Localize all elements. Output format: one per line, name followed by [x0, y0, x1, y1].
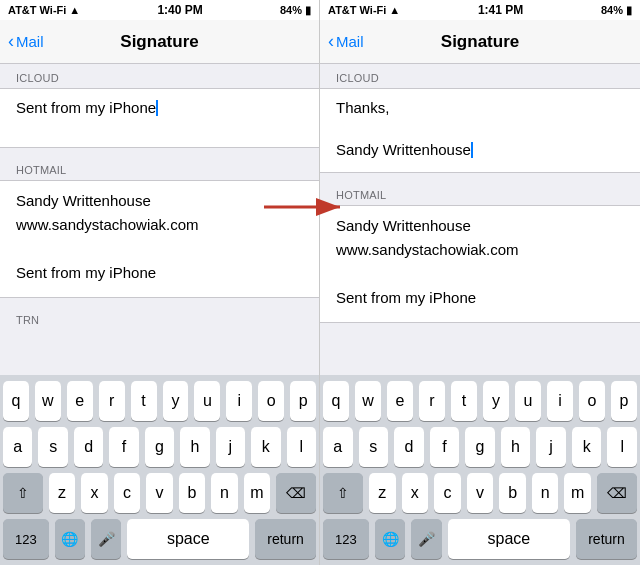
- left-key-u[interactable]: u: [194, 381, 220, 421]
- left-nav-bar: ‹ Mail Signature: [0, 20, 319, 64]
- left-hotmail-line4: Sent from my iPhone: [16, 261, 303, 285]
- right-key-h[interactable]: h: [501, 427, 531, 467]
- right-hotmail-line4: Sent from my iPhone: [336, 286, 624, 310]
- left-return-key[interactable]: return: [255, 519, 316, 559]
- left-key-x[interactable]: x: [81, 473, 108, 513]
- left-icloud-header: ICLOUD: [0, 64, 319, 88]
- right-keyboard: q w e r t y u i o p a s d f g h j k l: [320, 375, 640, 565]
- left-key-s[interactable]: s: [38, 427, 67, 467]
- right-back-button[interactable]: ‹ Mail: [328, 33, 364, 50]
- left-panel: AT&T Wi-Fi ▲ 1:40 PM 84% ▮ ‹ Mail Signat…: [0, 0, 320, 565]
- left-key-c[interactable]: c: [114, 473, 141, 513]
- right-key-e[interactable]: e: [387, 381, 413, 421]
- left-key-b[interactable]: b: [179, 473, 206, 513]
- left-key-j[interactable]: j: [216, 427, 245, 467]
- right-nav-bar: ‹ Mail Signature: [320, 20, 640, 64]
- right-key-y[interactable]: y: [483, 381, 509, 421]
- right-key-g[interactable]: g: [465, 427, 495, 467]
- left-key-q[interactable]: q: [3, 381, 29, 421]
- right-key-s[interactable]: s: [359, 427, 389, 467]
- right-hotmail-line1: Sandy Writtenhouse: [336, 214, 624, 238]
- left-key-e[interactable]: e: [67, 381, 93, 421]
- left-num-key[interactable]: 123: [3, 519, 49, 559]
- right-key-row-1: q w e r t y u i o p: [320, 375, 640, 421]
- right-key-o[interactable]: o: [579, 381, 605, 421]
- left-shift-key[interactable]: ⇧: [3, 473, 43, 513]
- right-status-left: AT&T Wi-Fi ▲: [328, 4, 400, 16]
- left-key-h[interactable]: h: [180, 427, 209, 467]
- right-key-m[interactable]: m: [564, 473, 591, 513]
- right-key-a[interactable]: a: [323, 427, 353, 467]
- right-key-b[interactable]: b: [499, 473, 526, 513]
- left-icloud-signature-text: Sent from my iPhone: [16, 99, 156, 116]
- right-key-u[interactable]: u: [515, 381, 541, 421]
- right-key-v[interactable]: v: [467, 473, 494, 513]
- right-globe-key[interactable]: 🌐: [375, 519, 406, 559]
- right-key-r[interactable]: r: [419, 381, 445, 421]
- right-key-j[interactable]: j: [536, 427, 566, 467]
- right-return-key[interactable]: return: [576, 519, 637, 559]
- left-key-r[interactable]: r: [99, 381, 125, 421]
- right-key-row-3: ⇧ z x c v b n m ⌫: [320, 467, 640, 513]
- right-key-d[interactable]: d: [394, 427, 424, 467]
- right-key-c[interactable]: c: [434, 473, 461, 513]
- left-key-f[interactable]: f: [109, 427, 138, 467]
- right-num-key[interactable]: 123: [323, 519, 369, 559]
- right-key-z[interactable]: z: [369, 473, 396, 513]
- left-key-d[interactable]: d: [74, 427, 103, 467]
- left-carrier: AT&T Wi-Fi: [8, 4, 66, 16]
- left-backspace-key[interactable]: ⌫: [276, 473, 316, 513]
- right-key-t[interactable]: t: [451, 381, 477, 421]
- right-key-w[interactable]: w: [355, 381, 381, 421]
- right-space-key[interactable]: space: [448, 519, 570, 559]
- right-mic-key[interactable]: 🎤: [411, 519, 442, 559]
- right-hotmail-header: HOTMAIL: [320, 173, 640, 205]
- left-key-o[interactable]: o: [258, 381, 284, 421]
- left-key-m[interactable]: m: [244, 473, 271, 513]
- right-key-l[interactable]: l: [607, 427, 637, 467]
- left-hotmail-header: HOTMAIL: [0, 148, 319, 180]
- right-key-k[interactable]: k: [572, 427, 602, 467]
- left-battery: 84%: [280, 4, 302, 16]
- right-battery: 84%: [601, 4, 623, 16]
- left-chevron-icon: ‹: [8, 32, 14, 50]
- right-icloud-signature-box[interactable]: Thanks, Sandy Writtenhouse: [320, 88, 640, 173]
- right-key-p[interactable]: p: [611, 381, 637, 421]
- left-back-label: Mail: [16, 33, 44, 50]
- right-backspace-key[interactable]: ⌫: [597, 473, 637, 513]
- left-globe-key[interactable]: 🌐: [55, 519, 85, 559]
- left-back-button[interactable]: ‹ Mail: [8, 33, 44, 50]
- left-mic-key[interactable]: 🎤: [91, 519, 121, 559]
- right-hotmail-box[interactable]: Sandy Writtenhouse www.sandystachowiak.c…: [320, 205, 640, 323]
- left-key-row-3: ⇧ z x c v b n m ⌫: [0, 467, 319, 513]
- left-key-z[interactable]: z: [49, 473, 76, 513]
- right-key-x[interactable]: x: [402, 473, 429, 513]
- right-key-i[interactable]: i: [547, 381, 573, 421]
- right-icloud-line2: [336, 118, 624, 139]
- left-key-y[interactable]: y: [163, 381, 189, 421]
- left-space-key[interactable]: space: [127, 519, 249, 559]
- left-key-k[interactable]: k: [251, 427, 280, 467]
- left-nav-title: Signature: [120, 32, 198, 52]
- left-icloud-signature-box[interactable]: Sent from my iPhone: [0, 88, 319, 148]
- left-key-n[interactable]: n: [211, 473, 238, 513]
- left-key-g[interactable]: g: [145, 427, 174, 467]
- left-hotmail-line1: Sandy Writtenhouse: [16, 189, 303, 213]
- left-key-l[interactable]: l: [287, 427, 316, 467]
- left-key-i[interactable]: i: [226, 381, 252, 421]
- left-key-a[interactable]: a: [3, 427, 32, 467]
- right-icloud-header: ICLOUD: [320, 64, 640, 88]
- right-back-label: Mail: [336, 33, 364, 50]
- left-key-p[interactable]: p: [290, 381, 316, 421]
- right-key-n[interactable]: n: [532, 473, 559, 513]
- left-key-w[interactable]: w: [35, 381, 61, 421]
- left-key-v[interactable]: v: [146, 473, 173, 513]
- right-key-f[interactable]: f: [430, 427, 460, 467]
- left-key-t[interactable]: t: [131, 381, 157, 421]
- right-key-q[interactable]: q: [323, 381, 349, 421]
- right-hotmail-line2: www.sandystachowiak.com: [336, 238, 624, 262]
- left-hotmail-box[interactable]: Sandy Writtenhouse www.sandystachowiak.c…: [0, 180, 319, 298]
- left-trn-header: TRN: [0, 298, 319, 330]
- right-shift-key[interactable]: ⇧: [323, 473, 363, 513]
- left-status-bar: AT&T Wi-Fi ▲ 1:40 PM 84% ▮: [0, 0, 319, 20]
